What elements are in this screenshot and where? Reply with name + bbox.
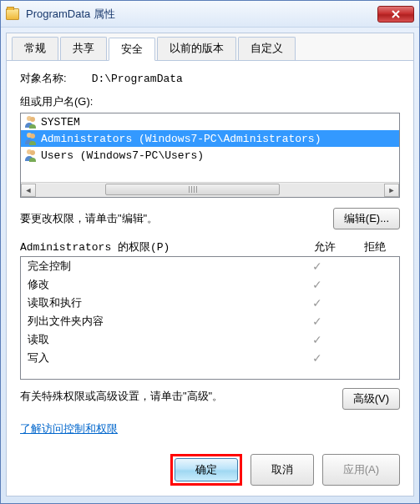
scroll-left-button[interactable]: ◄ — [21, 184, 36, 197]
window-title: ProgramData 属性 — [26, 7, 377, 22]
perm-row: 读取✓ — [21, 330, 399, 349]
permissions-header: Administrators 的权限(P) 允许 拒绝 — [20, 239, 400, 255]
cancel-button[interactable]: 取消 — [250, 454, 314, 486]
perm-row: 读取和执行✓ — [21, 294, 399, 312]
tab-sharing[interactable]: 共享 — [60, 37, 107, 60]
list-item-label: Users (Windows7-PC\Users) — [41, 149, 204, 162]
perm-header-allow: 允许 — [300, 239, 350, 255]
group-icon — [24, 115, 38, 129]
horizontal-scrollbar[interactable]: ◄ ► — [21, 182, 399, 197]
properties-window: ProgramData 属性 常规 共享 安全 以前的版本 自定义 对象名称: … — [0, 0, 420, 504]
dialog-buttons: 确定 取消 应用(A) — [170, 454, 400, 486]
perm-row: 列出文件夹内容✓ — [21, 312, 399, 330]
edit-hint: 要更改权限，请单击"编辑"。 — [20, 211, 333, 226]
perm-row: 写入✓ — [21, 349, 399, 367]
list-item[interactable]: Administrators (Windows7-PC\Administrato… — [21, 130, 399, 147]
learn-link[interactable]: 了解访问控制和权限 — [20, 421, 118, 436]
folder-icon — [6, 8, 19, 20]
security-panel: 对象名称: D:\ProgramData 组或用户名(G): SYSTEM Ad… — [7, 61, 413, 445]
checkmark-icon: ✓ — [292, 351, 342, 365]
close-icon — [392, 10, 400, 18]
groups-listbox[interactable]: SYSTEM Administrators (Windows7-PC\Admin… — [20, 113, 400, 198]
list-item-label: Administrators (Windows7-PC\Administrato… — [41, 133, 321, 145]
edit-row: 要更改权限，请单击"编辑"。 编辑(E)... — [20, 208, 400, 229]
object-row: 对象名称: D:\ProgramData — [20, 71, 400, 86]
tab-security[interactable]: 安全 — [109, 38, 155, 61]
advanced-button[interactable]: 高级(V) — [342, 388, 400, 410]
list-item-label: SYSTEM — [41, 116, 80, 129]
scroll-thumb[interactable] — [105, 184, 280, 195]
group-icon — [24, 149, 38, 162]
list-item[interactable]: Users (Windows7-PC\Users) — [21, 147, 399, 164]
checkmark-icon: ✓ — [292, 278, 342, 291]
checkmark-icon: ✓ — [292, 315, 342, 328]
checkmark-icon: ✓ — [292, 333, 342, 346]
object-path: D:\ProgramData — [92, 73, 183, 85]
checkmark-icon: ✓ — [292, 260, 342, 273]
ok-button[interactable]: 确定 — [175, 458, 238, 481]
close-button[interactable] — [377, 6, 414, 23]
tab-strip: 常规 共享 安全 以前的版本 自定义 — [7, 33, 413, 61]
advanced-hint: 有关特殊权限或高级设置，请单击"高级"。 — [20, 388, 342, 405]
list-item[interactable]: SYSTEM — [21, 113, 399, 130]
perm-header-deny: 拒绝 — [350, 239, 400, 255]
object-label: 对象名称: — [20, 71, 67, 86]
highlight-annotation: 确定 — [170, 454, 242, 486]
tab-previous[interactable]: 以前的版本 — [157, 37, 236, 60]
groups-label: 组或用户名(G): — [20, 94, 400, 109]
edit-button[interactable]: 编辑(E)... — [333, 208, 400, 229]
apply-button[interactable]: 应用(A) — [322, 454, 400, 486]
scroll-right-button[interactable]: ► — [384, 184, 399, 197]
perm-row: 修改✓ — [21, 275, 399, 294]
permissions-listbox: 完全控制✓ 修改✓ 读取和执行✓ 列出文件夹内容✓ 读取✓ 写入✓ — [20, 256, 400, 380]
content-area: 常规 共享 安全 以前的版本 自定义 对象名称: D:\ProgramData … — [6, 33, 414, 496]
titlebar: ProgramData 属性 — [1, 1, 419, 28]
advanced-row: 有关特殊权限或高级设置，请单击"高级"。 高级(V) — [20, 388, 400, 410]
tab-custom[interactable]: 自定义 — [238, 37, 296, 60]
checkmark-icon: ✓ — [292, 296, 342, 310]
group-icon — [24, 132, 38, 145]
tab-general[interactable]: 常规 — [12, 37, 58, 60]
perm-row: 完全控制✓ — [21, 257, 399, 275]
perm-header-name: Administrators 的权限(P) — [20, 239, 300, 255]
scroll-track[interactable] — [36, 184, 384, 197]
